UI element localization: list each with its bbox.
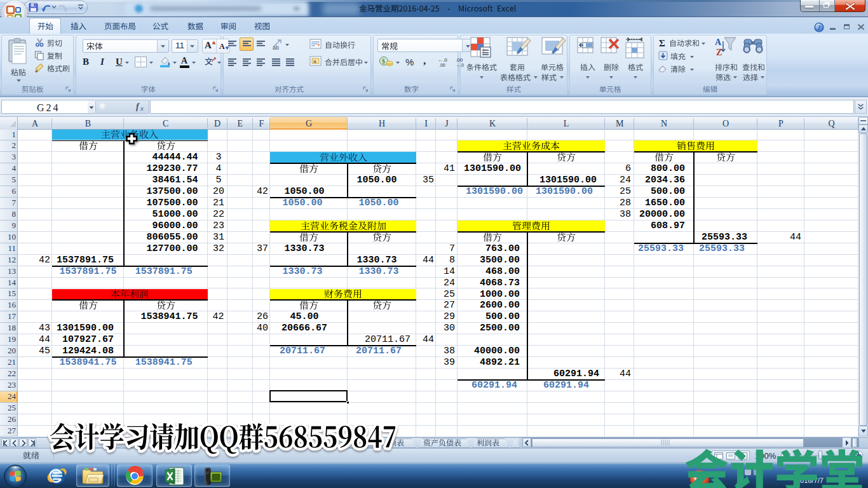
svg-text:→.0: →.0 — [456, 63, 464, 67]
svg-text:ab: ab — [273, 44, 279, 51]
svg-text:A: A — [715, 37, 722, 47]
svg-text:a: a — [313, 58, 316, 64]
svg-text:?: ? — [817, 24, 821, 31]
svg-text:.00: .00 — [439, 63, 445, 67]
svg-text:$: $ — [382, 58, 385, 65]
